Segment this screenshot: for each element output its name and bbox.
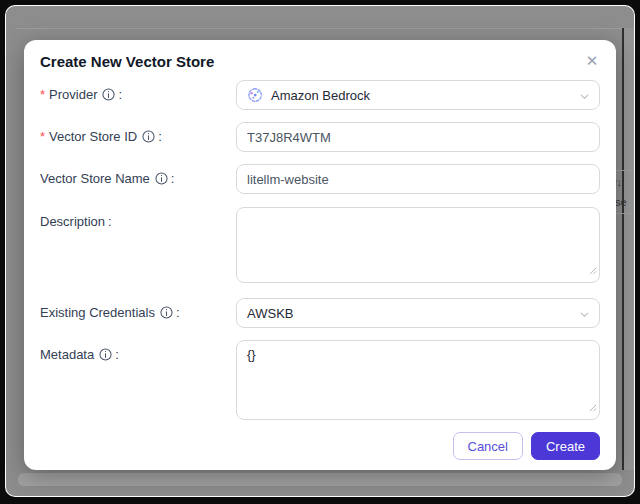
field-row-vector-store-name: Vector Store Name : bbox=[40, 164, 600, 194]
create-button[interactable]: Create bbox=[531, 432, 600, 460]
vector-store-name-input[interactable] bbox=[236, 164, 600, 194]
create-vector-store-modal: Create New Vector Store ✕ * Provider : bbox=[24, 40, 616, 470]
modal-footer: Cancel Create bbox=[40, 432, 600, 460]
existing-credentials-select-value: AWSKB bbox=[247, 306, 293, 321]
modal-dim-overlay: ↑↓ se Create New Vector Store ✕ * Provid… bbox=[6, 6, 634, 496]
background-table-border bbox=[622, 28, 624, 470]
existing-credentials-select[interactable]: AWSKB bbox=[236, 298, 600, 328]
chevron-down-icon bbox=[579, 308, 590, 323]
required-asterisk: * bbox=[40, 87, 45, 102]
required-asterisk: * bbox=[40, 129, 45, 144]
metadata-textarea[interactable]: {} bbox=[236, 340, 600, 420]
modal-header: Create New Vector Store ✕ bbox=[40, 52, 600, 74]
field-row-provider: * Provider : bbox=[40, 80, 600, 110]
background-page-footer bbox=[18, 473, 622, 486]
app-window: ↑↓ se Create New Vector Store ✕ * Provid… bbox=[5, 5, 635, 497]
field-row-metadata: Metadata : {} bbox=[40, 340, 600, 420]
amazon-bedrock-icon bbox=[247, 87, 263, 103]
description-label: Description : bbox=[40, 207, 236, 229]
info-icon[interactable] bbox=[155, 172, 168, 185]
info-icon[interactable] bbox=[102, 88, 115, 101]
metadata-label: Metadata : bbox=[40, 340, 236, 362]
background-page-edge bbox=[16, 28, 624, 29]
provider-select[interactable]: Amazon Bedrock bbox=[236, 80, 600, 110]
chevron-down-icon bbox=[579, 90, 590, 105]
vector-store-id-input[interactable] bbox=[236, 122, 600, 152]
info-icon[interactable] bbox=[99, 348, 112, 361]
field-row-vector-store-id: * Vector Store ID : bbox=[40, 122, 600, 152]
resize-handle-icon[interactable] bbox=[588, 398, 597, 416]
field-row-existing-credentials: Existing Credentials : AWSKB bbox=[40, 298, 600, 328]
close-icon[interactable]: ✕ bbox=[582, 51, 602, 71]
provider-select-value: Amazon Bedrock bbox=[271, 88, 370, 103]
resize-handle-icon[interactable] bbox=[588, 261, 597, 279]
provider-label: * Provider : bbox=[40, 80, 236, 102]
description-textarea[interactable] bbox=[236, 207, 600, 283]
info-icon[interactable] bbox=[160, 306, 173, 319]
vector-store-name-label: Vector Store Name : bbox=[40, 164, 236, 186]
background-text-fragment: se bbox=[615, 196, 627, 208]
vector-store-id-label: * Vector Store ID : bbox=[40, 122, 236, 144]
existing-credentials-label: Existing Credentials : bbox=[40, 298, 236, 320]
field-row-description: Description : bbox=[40, 207, 600, 283]
background-table-area bbox=[624, 28, 634, 470]
cancel-button[interactable]: Cancel bbox=[453, 432, 523, 460]
info-icon[interactable] bbox=[142, 130, 155, 143]
vector-store-form: * Provider : bbox=[40, 80, 600, 420]
modal-title: Create New Vector Store bbox=[40, 52, 600, 72]
